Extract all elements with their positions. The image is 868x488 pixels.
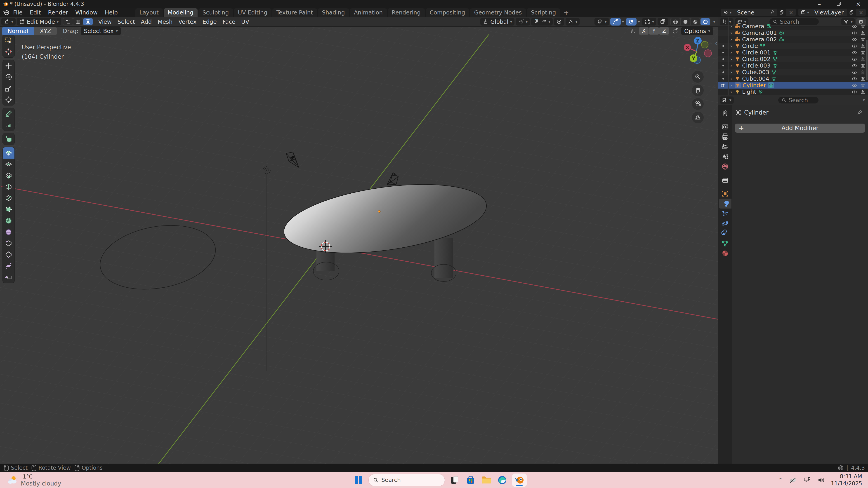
expand-arrow[interactable]: › <box>728 56 735 62</box>
disable-in-renders-toggle[interactable] <box>860 76 866 82</box>
viewport-3d[interactable]: User Perspective (164) Cylinder Z X Y <box>0 26 718 464</box>
object-name[interactable]: Cube.003 <box>742 69 769 75</box>
gizmo-neg-x[interactable] <box>704 50 712 57</box>
menu-help[interactable]: Help <box>101 9 121 16</box>
object-name[interactable]: Circle <box>742 43 758 49</box>
properties-tab-particles[interactable] <box>719 208 732 219</box>
mode-dropdown[interactable]: Edit Mode ▾ <box>17 18 61 26</box>
scene-pin-icon[interactable] <box>767 8 777 16</box>
disable-in-renders-toggle[interactable] <box>860 43 866 49</box>
workspace-tab-uv-editing[interactable]: UV Editing <box>234 8 271 17</box>
tool-add-cube[interactable] <box>3 133 14 144</box>
properties-tab-world[interactable] <box>719 162 732 171</box>
network-icon[interactable] <box>803 476 811 484</box>
workspace-tab-texture-paint[interactable]: Texture Paint <box>272 8 317 17</box>
orientation-normal-button[interactable]: Normal <box>2 27 34 35</box>
blender-menu-icon[interactable] <box>3 9 9 16</box>
viewport-menu-face[interactable]: Face <box>220 18 239 25</box>
workspace-tab-scripting[interactable]: Scripting <box>527 8 560 17</box>
disable-in-renders-toggle[interactable] <box>860 83 866 88</box>
properties-tab-constraints[interactable] <box>719 228 732 238</box>
outliner-row-cube.003[interactable]: ›Cube.003 <box>718 69 868 75</box>
hide-in-viewport-toggle[interactable] <box>852 89 857 95</box>
shading-material-button[interactable] <box>690 18 700 25</box>
add-modifier-button[interactable]: + Add Modifier <box>735 124 865 133</box>
tool-bevel[interactable] <box>3 170 14 181</box>
minimize-button[interactable]: – <box>810 0 829 8</box>
tool-move[interactable] <box>3 60 14 71</box>
hide-in-viewport-toggle[interactable] <box>852 37 857 42</box>
gizmo-neg-y[interactable] <box>702 41 708 48</box>
mesh-edit-overlay-dropdown[interactable]: ▾ <box>642 18 656 26</box>
outliner-row-camera[interactable]: ›Camera <box>718 23 868 30</box>
expand-arrow[interactable]: › <box>728 43 735 49</box>
workspace-tab-compositing[interactable]: Compositing <box>426 8 469 17</box>
tool-shrink-fatten[interactable] <box>3 249 14 260</box>
overlays-dropdown[interactable]: ▾ <box>637 18 641 26</box>
disable-in-renders-toggle[interactable] <box>860 30 866 36</box>
volume-icon[interactable] <box>817 476 825 484</box>
tool-loop-cut[interactable] <box>3 181 14 193</box>
snap-group[interactable]: ▾ <box>531 18 553 26</box>
mirror-z-button[interactable]: Z <box>659 27 669 35</box>
outliner-row-cylinder[interactable]: ›Cylinder <box>718 82 868 89</box>
properties-tab-tool[interactable] <box>719 108 732 118</box>
mirror-x-button[interactable]: X <box>639 27 649 35</box>
start-button[interactable] <box>352 474 364 486</box>
properties-options-dropdown[interactable]: ▾ <box>863 98 865 102</box>
expand-arrow[interactable]: › <box>728 30 735 36</box>
object-name[interactable]: Camera <box>742 23 764 30</box>
expand-arrow[interactable]: › <box>728 37 735 42</box>
disable-in-renders-toggle[interactable] <box>860 70 866 75</box>
shading-rendered-button[interactable] <box>701 18 710 25</box>
gizmos-dropdown[interactable]: ▾ <box>621 18 625 26</box>
microsoft-store-icon[interactable] <box>465 474 476 486</box>
workspace-tab-sculpting[interactable]: Sculpting <box>198 8 233 17</box>
mirror-y-button[interactable]: Y <box>649 27 659 35</box>
sidebar-collapse-arrow[interactable]: ‹ <box>715 40 717 46</box>
properties-tab-object[interactable] <box>719 189 732 199</box>
tray-chevron-icon[interactable]: ⌃ <box>778 477 783 484</box>
menu-edit[interactable]: Edit <box>26 9 44 16</box>
tool-scale[interactable] <box>3 83 14 94</box>
viewport-menu-mesh[interactable]: Mesh <box>155 18 176 25</box>
properties-tab-material[interactable] <box>719 248 732 258</box>
viewport-menu-view[interactable]: View <box>95 18 115 25</box>
proportional-editing-button[interactable] <box>554 18 564 26</box>
hide-in-viewport-toggle[interactable] <box>852 63 857 68</box>
tool-rip-region[interactable] <box>3 271 14 283</box>
restore-button[interactable] <box>829 0 848 8</box>
pivot-point-dropdown[interactable]: ▾ <box>516 18 530 26</box>
scene-selector[interactable]: ▾ Scene × <box>721 8 796 16</box>
properties-tab-collection[interactable] <box>719 175 732 185</box>
xray-toggle[interactable] <box>657 18 668 26</box>
outliner-row-circle.003[interactable]: ›Circle.003 <box>718 62 868 69</box>
properties-tab-render[interactable] <box>719 122 732 132</box>
outliner-row-circle.001[interactable]: ›Circle.001 <box>718 49 868 56</box>
properties-tab-physics[interactable] <box>719 219 732 228</box>
expand-arrow[interactable]: › <box>728 76 735 82</box>
outliner-scrollbar[interactable] <box>866 40 868 80</box>
properties-search[interactable]: Search <box>778 97 818 103</box>
disable-in-renders-toggle[interactable] <box>860 63 866 68</box>
gizmos-toggle[interactable] <box>610 18 621 26</box>
tool-options-dropdown[interactable]: Options▾ <box>681 27 713 35</box>
tool-rotate[interactable] <box>3 71 14 83</box>
tool-knife[interactable] <box>3 193 14 204</box>
expand-arrow[interactable]: › <box>728 83 735 88</box>
menu-render[interactable]: Render <box>44 9 72 16</box>
snap-base-icon[interactable] <box>672 28 679 34</box>
viewport-menu-vertex[interactable]: Vertex <box>176 18 199 25</box>
scene-canvas[interactable] <box>0 26 718 464</box>
tool-inset-faces[interactable] <box>3 159 14 170</box>
object-name[interactable]: Cylinder <box>743 82 766 89</box>
workspace-tab-modeling[interactable]: Modeling <box>164 8 197 17</box>
expand-arrow[interactable]: › <box>728 69 735 75</box>
hide-in-viewport-toggle[interactable] <box>852 83 857 88</box>
tool-cursor[interactable] <box>3 46 14 57</box>
add-workspace-button[interactable]: + <box>561 9 572 16</box>
disable-in-renders-toggle[interactable] <box>860 24 866 29</box>
navigation-gizmo[interactable]: Z X Y <box>681 35 715 69</box>
tray-clock[interactable]: 8:31 AM 11/14/2025 <box>831 473 862 487</box>
workspace-tab-shading[interactable]: Shading <box>318 8 349 17</box>
